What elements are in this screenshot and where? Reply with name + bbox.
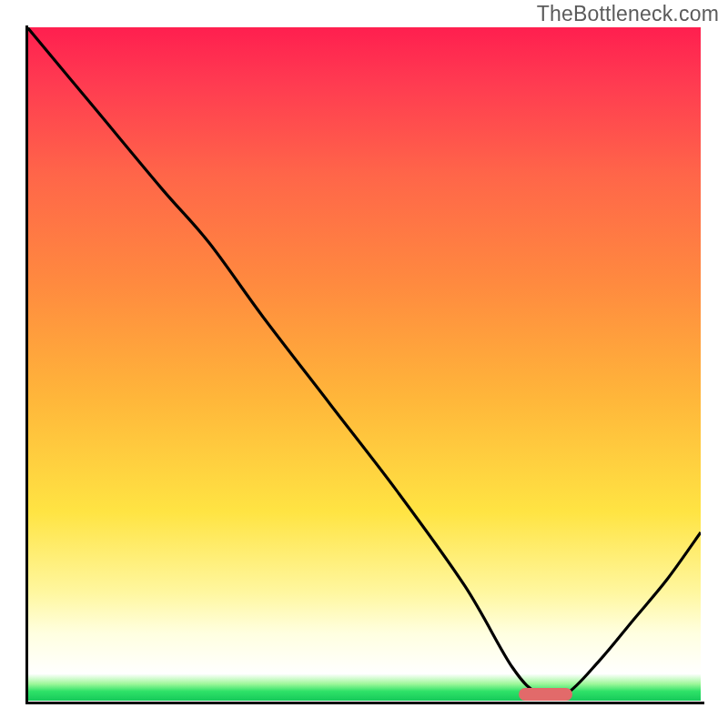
y-axis-line [25, 25, 28, 704]
curve-path [27, 27, 701, 698]
bottleneck-curve [27, 27, 701, 701]
watermark-text: TheBottleneck.com [537, 2, 719, 26]
optimal-range-marker [519, 688, 572, 701]
x-axis-line [25, 702, 704, 704]
plot-area [27, 27, 701, 701]
